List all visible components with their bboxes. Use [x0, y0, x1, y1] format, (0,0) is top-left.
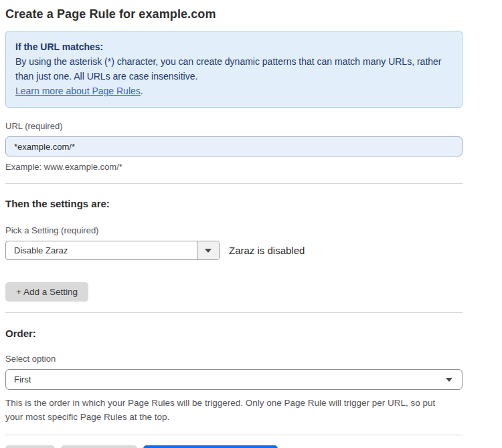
order-select-label: Select option — [5, 354, 463, 364]
order-help-text: This is the order in which your Page Rul… — [5, 396, 455, 424]
order-select-value: First — [14, 374, 31, 384]
learn-more-link[interactable]: Learn more about Page Rules — [15, 86, 141, 96]
url-example-text: Example: www.example.com/* — [5, 162, 463, 173]
divider — [5, 435, 463, 435]
link-period: . — [141, 86, 143, 96]
info-box-link-line: Learn more about Page Rules. — [15, 84, 451, 98]
setting-select-value: Disable Zaraz — [6, 241, 197, 259]
divider — [5, 312, 463, 313]
caret-down-icon — [446, 378, 452, 382]
setting-status-text: Zaraz is disabled — [229, 245, 305, 256]
url-match-info-box: If the URL matches: By using the asteris… — [5, 31, 463, 108]
setting-row: Disable Zaraz Zaraz is disabled — [5, 241, 463, 260]
page-rule-form: Create a Page Rule for example.com If th… — [5, 7, 463, 448]
caret-down-icon — [205, 249, 212, 253]
url-input[interactable] — [5, 136, 463, 156]
settings-section-heading: Then the settings are: — [5, 198, 463, 209]
page-title: Create a Page Rule for example.com — [5, 7, 463, 21]
save-as-draft-button[interactable]: Save as Draft — [61, 445, 137, 448]
url-field-label: URL (required) — [5, 121, 463, 132]
setting-select[interactable]: Disable Zaraz — [5, 241, 220, 260]
setting-picker-label: Pick a Setting (required) — [5, 225, 463, 236]
action-buttons-row: Cancel Save as Draft Save and Deploy Pag… — [5, 445, 463, 448]
info-box-heading: If the URL matches: — [15, 39, 451, 54]
save-and-deploy-button[interactable]: Save and Deploy Page Rule — [143, 445, 278, 448]
order-section-heading: Order: — [5, 328, 463, 339]
info-box-body: By using the asterisk (*) character, you… — [15, 54, 449, 84]
setting-select-arrow-button[interactable] — [197, 241, 219, 259]
order-select[interactable]: First — [5, 369, 463, 390]
divider — [5, 183, 463, 184]
add-setting-button[interactable]: + Add a Setting — [5, 282, 88, 302]
cancel-button[interactable]: Cancel — [5, 445, 55, 448]
